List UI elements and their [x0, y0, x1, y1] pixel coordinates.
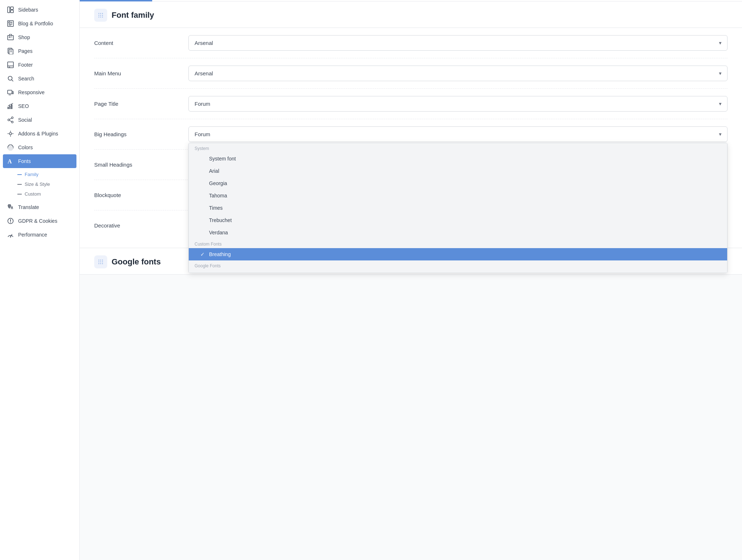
sidebar-item-gdpr[interactable]: GDPR & Cookies — [0, 214, 79, 228]
translate-icon — [7, 204, 14, 210]
svg-point-55 — [102, 15, 103, 16]
sidebar-item-colors[interactable]: Colors — [0, 141, 79, 154]
page-title-select-wrap: Forum ▼ — [188, 96, 728, 112]
seo-icon — [7, 103, 14, 109]
svg-point-57 — [100, 17, 101, 17]
google-fonts-title: Google fonts — [112, 257, 161, 267]
svg-rect-21 — [8, 90, 12, 94]
sidebar-item-label: GDPR & Cookies — [18, 218, 57, 224]
sidebar-item-responsive[interactable]: Responsive — [0, 85, 79, 99]
svg-point-61 — [102, 260, 103, 260]
big-headings-select[interactable]: Forum — [188, 126, 728, 142]
content-select[interactable]: Arsenal — [188, 35, 728, 51]
sidebar-item-label: Responsive — [18, 89, 45, 95]
sidebar-item-performance[interactable]: Performance — [0, 228, 79, 242]
sidebar-item-seo[interactable]: SEO — [0, 99, 79, 113]
sidebar-item-search[interactable]: Search — [0, 72, 79, 85]
addons-icon — [7, 130, 14, 137]
svg-rect-3 — [8, 21, 13, 26]
dash-icon — [17, 194, 22, 195]
svg-point-32 — [9, 133, 12, 135]
svg-point-58 — [102, 17, 103, 17]
svg-rect-1 — [11, 7, 13, 9]
blog-icon — [7, 20, 14, 27]
dropdown-item-breathing[interactable]: ✓ Breathing — [189, 248, 727, 260]
sidebar-item-fonts[interactable]: A Fonts — [3, 154, 76, 168]
svg-line-31 — [9, 120, 12, 122]
svg-rect-24 — [8, 107, 9, 109]
dropdown-item-georgia[interactable]: Georgia — [189, 177, 727, 189]
sidebar-item-label: Footer — [18, 62, 33, 68]
svg-rect-22 — [12, 92, 13, 94]
big-headings-select-wrap: Forum ▼ System System font Arial — [188, 126, 728, 142]
sidebar-item-social[interactable]: Social — [0, 113, 79, 127]
performance-icon — [7, 231, 14, 238]
sub-item-label: Size & Style — [25, 181, 50, 187]
dropdown-item-system-font[interactable]: System font — [189, 152, 727, 165]
check-icon: ✓ — [200, 251, 206, 257]
page-title-select[interactable]: Forum — [188, 96, 728, 112]
sub-item-label: Custom — [25, 191, 41, 197]
svg-point-50 — [99, 13, 99, 14]
main-menu-select[interactable]: Arsenal — [188, 66, 728, 81]
form-row-big-headings: Big Headings Forum ▼ System System font — [94, 119, 728, 150]
svg-point-19 — [8, 76, 12, 80]
content-select-wrap: Arsenal ▼ — [188, 35, 728, 51]
svg-point-47 — [10, 222, 11, 223]
sidebar-item-pages[interactable]: Pages — [0, 44, 79, 58]
sidebar-item-label: Fonts — [18, 158, 31, 164]
svg-rect-16 — [8, 62, 13, 68]
dropdown-item-trebuchet[interactable]: Trebuchet — [189, 214, 727, 226]
sidebar: Sidebars Blog & Portfolio Shop — [0, 0, 80, 560]
dropdown-item-times[interactable]: Times — [189, 202, 727, 214]
gdpr-icon — [7, 218, 14, 224]
sidebar-item-addons[interactable]: Addons & Plugins — [0, 127, 79, 141]
dropdown-item-verdana[interactable]: Verdana — [189, 226, 727, 239]
main-menu-select-wrap: Arsenal ▼ — [188, 66, 728, 81]
svg-rect-25 — [9, 105, 11, 109]
svg-point-63 — [100, 262, 101, 262]
svg-rect-9 — [8, 35, 13, 40]
sidebar-item-translate[interactable]: Translate — [0, 200, 79, 214]
svg-point-54 — [100, 15, 101, 16]
svg-rect-2 — [11, 10, 13, 13]
svg-point-29 — [12, 121, 13, 123]
sidebar-item-blog[interactable]: Blog & Portfolio — [0, 17, 79, 30]
svg-point-53 — [99, 15, 99, 16]
form-row-page-title: Page Title Forum ▼ — [94, 89, 728, 119]
sidebar-item-label: Pages — [18, 48, 33, 54]
dropdown-item-abeezee[interactable]: ABeeZee — [189, 270, 727, 273]
form-label-page-title: Page Title — [94, 101, 188, 107]
section-title: Font family — [112, 11, 154, 20]
shop-icon — [7, 34, 14, 41]
svg-point-27 — [12, 117, 13, 119]
dropdown-item-tahoma[interactable]: Tahoma — [189, 189, 727, 202]
sidebars-icon — [7, 7, 14, 13]
colors-icon — [7, 144, 14, 151]
sidebar-item-sidebars[interactable]: Sidebars — [0, 3, 79, 17]
form-row-content: Content Arsenal ▼ — [94, 28, 728, 58]
footer-icon — [7, 62, 14, 68]
sidebar-item-label: Search — [18, 76, 34, 82]
sidebar-item-label: Translate — [18, 204, 39, 210]
sidebar-sub-item-size-style[interactable]: Size & Style — [17, 179, 79, 189]
svg-point-28 — [8, 119, 10, 121]
svg-text:A: A — [8, 158, 12, 164]
dropdown-item-arial[interactable]: Arial — [189, 165, 727, 177]
sidebar-item-label: Performance — [18, 232, 47, 238]
form-label-small-headings: Small Headings — [94, 162, 188, 168]
sidebar-sub-item-family[interactable]: Family — [17, 170, 79, 179]
section-icon — [94, 9, 107, 22]
sidebar-item-label: Shop — [18, 34, 30, 40]
sidebar-item-shop[interactable]: Shop — [0, 30, 79, 44]
sidebar-item-footer[interactable]: Footer — [0, 58, 79, 72]
search-icon — [7, 75, 14, 82]
svg-point-65 — [99, 263, 99, 264]
font-family-section: Font family Content Arsenal ▼ Main Menu … — [80, 1, 742, 275]
svg-point-66 — [100, 263, 101, 264]
svg-rect-4 — [9, 22, 10, 23]
sidebar-item-label: SEO — [18, 103, 29, 109]
svg-rect-10 — [9, 37, 10, 38]
sidebar-sub-item-custom[interactable]: Custom — [17, 189, 79, 199]
svg-point-52 — [102, 13, 103, 14]
